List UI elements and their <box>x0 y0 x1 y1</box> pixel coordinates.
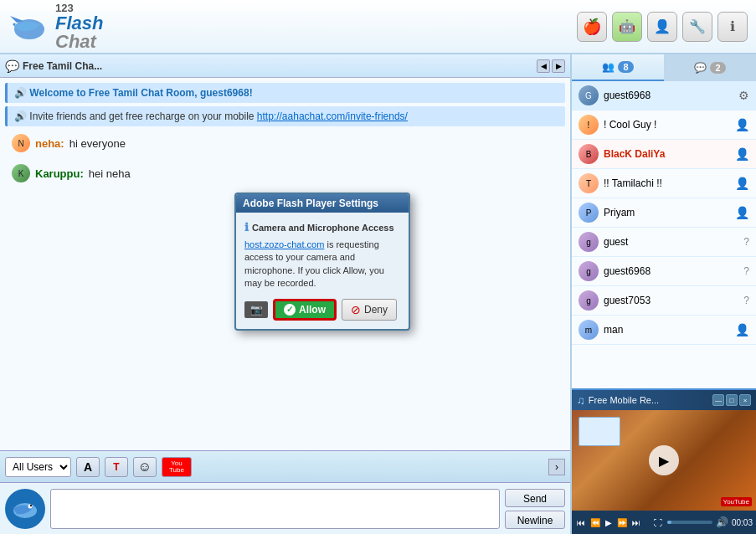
dialog-overlay: Adobe Flash Player Settings ℹ Camera and… <box>0 0 756 534</box>
camera-preview-icon: 📷 <box>244 301 268 318</box>
allow-button[interactable]: ✓ Allow <box>273 299 337 321</box>
dialog-section-header: ℹ Camera and Microphone Access <box>244 221 400 234</box>
flash-player-dialog: Adobe Flash Player Settings ℹ Camera and… <box>234 193 410 331</box>
deny-label: Deny <box>364 304 388 316</box>
camera-icon: 📷 <box>250 304 263 316</box>
dialog-buttons: 📷 ✓ Allow ⊘ Deny <box>244 299 400 321</box>
dialog-body-text: host.zozo-chat.com is requesting access … <box>244 239 400 290</box>
host-link[interactable]: host.zozo-chat.com <box>244 239 324 249</box>
dialog-body: ℹ Camera and Microphone Access host.zozo… <box>236 213 409 329</box>
deny-button[interactable]: ⊘ Deny <box>342 299 397 321</box>
dialog-section-label: Camera and Microphone Access <box>252 223 394 233</box>
dialog-title: Adobe Flash Player Settings <box>236 194 409 213</box>
allow-label: Allow <box>299 304 326 316</box>
check-icon: ✓ <box>284 304 296 316</box>
deny-icon: ⊘ <box>351 303 361 316</box>
help-icon: ℹ <box>244 221 249 234</box>
